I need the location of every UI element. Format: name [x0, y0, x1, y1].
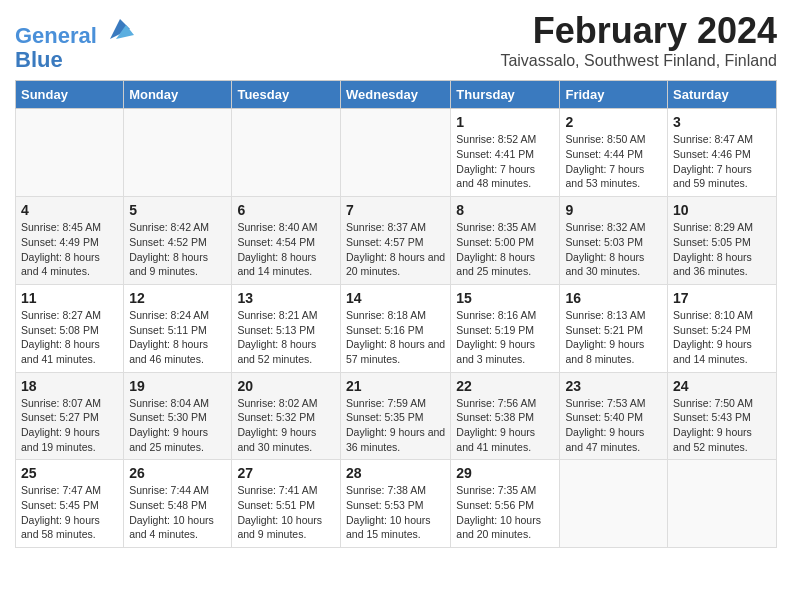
day-number: 21 [346, 378, 445, 394]
day-info: Sunrise: 8:52 AM Sunset: 4:41 PM Dayligh… [456, 132, 554, 191]
day-number: 9 [565, 202, 662, 218]
day-cell: 18Sunrise: 8:07 AM Sunset: 5:27 PM Dayli… [16, 372, 124, 460]
day-cell: 5Sunrise: 8:42 AM Sunset: 4:52 PM Daylig… [124, 197, 232, 285]
column-header-wednesday: Wednesday [340, 81, 450, 109]
calendar-table: SundayMondayTuesdayWednesdayThursdayFrid… [15, 80, 777, 548]
day-number: 20 [237, 378, 335, 394]
day-cell: 11Sunrise: 8:27 AM Sunset: 5:08 PM Dayli… [16, 284, 124, 372]
day-cell: 28Sunrise: 7:38 AM Sunset: 5:53 PM Dayli… [340, 460, 450, 548]
day-cell [340, 109, 450, 197]
day-number: 10 [673, 202, 771, 218]
day-number: 2 [565, 114, 662, 130]
week-row-4: 18Sunrise: 8:07 AM Sunset: 5:27 PM Dayli… [16, 372, 777, 460]
week-row-5: 25Sunrise: 7:47 AM Sunset: 5:45 PM Dayli… [16, 460, 777, 548]
day-cell: 3Sunrise: 8:47 AM Sunset: 4:46 PM Daylig… [668, 109, 777, 197]
day-number: 27 [237, 465, 335, 481]
day-cell: 24Sunrise: 7:50 AM Sunset: 5:43 PM Dayli… [668, 372, 777, 460]
logo: General Blue [15, 15, 134, 72]
day-cell: 16Sunrise: 8:13 AM Sunset: 5:21 PM Dayli… [560, 284, 668, 372]
column-header-tuesday: Tuesday [232, 81, 341, 109]
day-number: 3 [673, 114, 771, 130]
column-header-saturday: Saturday [668, 81, 777, 109]
day-cell: 8Sunrise: 8:35 AM Sunset: 5:00 PM Daylig… [451, 197, 560, 285]
week-row-3: 11Sunrise: 8:27 AM Sunset: 5:08 PM Dayli… [16, 284, 777, 372]
day-number: 24 [673, 378, 771, 394]
column-header-thursday: Thursday [451, 81, 560, 109]
column-header-friday: Friday [560, 81, 668, 109]
column-header-sunday: Sunday [16, 81, 124, 109]
day-number: 11 [21, 290, 118, 306]
day-info: Sunrise: 8:45 AM Sunset: 4:49 PM Dayligh… [21, 220, 118, 279]
day-cell: 4Sunrise: 8:45 AM Sunset: 4:49 PM Daylig… [16, 197, 124, 285]
day-info: Sunrise: 7:47 AM Sunset: 5:45 PM Dayligh… [21, 483, 118, 542]
day-number: 18 [21, 378, 118, 394]
day-cell: 20Sunrise: 8:02 AM Sunset: 5:32 PM Dayli… [232, 372, 341, 460]
logo-blue: Blue [15, 48, 134, 72]
header-row: SundayMondayTuesdayWednesdayThursdayFrid… [16, 81, 777, 109]
logo-icon [106, 15, 134, 43]
day-cell: 12Sunrise: 8:24 AM Sunset: 5:11 PM Dayli… [124, 284, 232, 372]
day-info: Sunrise: 8:32 AM Sunset: 5:03 PM Dayligh… [565, 220, 662, 279]
day-cell: 29Sunrise: 7:35 AM Sunset: 5:56 PM Dayli… [451, 460, 560, 548]
day-info: Sunrise: 8:16 AM Sunset: 5:19 PM Dayligh… [456, 308, 554, 367]
day-cell: 22Sunrise: 7:56 AM Sunset: 5:38 PM Dayli… [451, 372, 560, 460]
day-info: Sunrise: 7:41 AM Sunset: 5:51 PM Dayligh… [237, 483, 335, 542]
day-info: Sunrise: 7:59 AM Sunset: 5:35 PM Dayligh… [346, 396, 445, 455]
day-info: Sunrise: 7:53 AM Sunset: 5:40 PM Dayligh… [565, 396, 662, 455]
day-number: 16 [565, 290, 662, 306]
title-area: February 2024 Taivassalo, Southwest Finl… [500, 10, 777, 70]
day-number: 17 [673, 290, 771, 306]
header: General Blue February 2024 Taivassalo, S… [15, 10, 777, 72]
day-number: 5 [129, 202, 226, 218]
day-number: 6 [237, 202, 335, 218]
day-info: Sunrise: 8:24 AM Sunset: 5:11 PM Dayligh… [129, 308, 226, 367]
calendar-body: 1Sunrise: 8:52 AM Sunset: 4:41 PM Daylig… [16, 109, 777, 548]
day-info: Sunrise: 7:38 AM Sunset: 5:53 PM Dayligh… [346, 483, 445, 542]
day-info: Sunrise: 8:10 AM Sunset: 5:24 PM Dayligh… [673, 308, 771, 367]
day-number: 29 [456, 465, 554, 481]
day-info: Sunrise: 8:40 AM Sunset: 4:54 PM Dayligh… [237, 220, 335, 279]
day-number: 12 [129, 290, 226, 306]
subtitle: Taivassalo, Southwest Finland, Finland [500, 52, 777, 70]
day-info: Sunrise: 8:35 AM Sunset: 5:00 PM Dayligh… [456, 220, 554, 279]
day-info: Sunrise: 8:04 AM Sunset: 5:30 PM Dayligh… [129, 396, 226, 455]
day-info: Sunrise: 8:29 AM Sunset: 5:05 PM Dayligh… [673, 220, 771, 279]
main-title: February 2024 [500, 10, 777, 52]
day-cell: 13Sunrise: 8:21 AM Sunset: 5:13 PM Dayli… [232, 284, 341, 372]
day-cell: 26Sunrise: 7:44 AM Sunset: 5:48 PM Dayli… [124, 460, 232, 548]
day-number: 7 [346, 202, 445, 218]
day-cell: 10Sunrise: 8:29 AM Sunset: 5:05 PM Dayli… [668, 197, 777, 285]
day-cell: 19Sunrise: 8:04 AM Sunset: 5:30 PM Dayli… [124, 372, 232, 460]
day-info: Sunrise: 8:21 AM Sunset: 5:13 PM Dayligh… [237, 308, 335, 367]
logo-general: General [15, 23, 97, 48]
day-cell: 6Sunrise: 8:40 AM Sunset: 4:54 PM Daylig… [232, 197, 341, 285]
day-number: 13 [237, 290, 335, 306]
calendar-header: SundayMondayTuesdayWednesdayThursdayFrid… [16, 81, 777, 109]
day-cell [560, 460, 668, 548]
day-number: 23 [565, 378, 662, 394]
day-info: Sunrise: 7:50 AM Sunset: 5:43 PM Dayligh… [673, 396, 771, 455]
day-cell: 7Sunrise: 8:37 AM Sunset: 4:57 PM Daylig… [340, 197, 450, 285]
day-number: 19 [129, 378, 226, 394]
logo-text: General [15, 15, 134, 48]
day-number: 1 [456, 114, 554, 130]
week-row-1: 1Sunrise: 8:52 AM Sunset: 4:41 PM Daylig… [16, 109, 777, 197]
day-info: Sunrise: 8:42 AM Sunset: 4:52 PM Dayligh… [129, 220, 226, 279]
day-info: Sunrise: 8:07 AM Sunset: 5:27 PM Dayligh… [21, 396, 118, 455]
day-cell: 9Sunrise: 8:32 AM Sunset: 5:03 PM Daylig… [560, 197, 668, 285]
day-info: Sunrise: 8:47 AM Sunset: 4:46 PM Dayligh… [673, 132, 771, 191]
day-info: Sunrise: 7:56 AM Sunset: 5:38 PM Dayligh… [456, 396, 554, 455]
day-cell: 21Sunrise: 7:59 AM Sunset: 5:35 PM Dayli… [340, 372, 450, 460]
day-cell: 17Sunrise: 8:10 AM Sunset: 5:24 PM Dayli… [668, 284, 777, 372]
week-row-2: 4Sunrise: 8:45 AM Sunset: 4:49 PM Daylig… [16, 197, 777, 285]
day-cell [668, 460, 777, 548]
day-info: Sunrise: 8:27 AM Sunset: 5:08 PM Dayligh… [21, 308, 118, 367]
day-cell [124, 109, 232, 197]
day-info: Sunrise: 8:02 AM Sunset: 5:32 PM Dayligh… [237, 396, 335, 455]
day-number: 8 [456, 202, 554, 218]
day-number: 28 [346, 465, 445, 481]
column-header-monday: Monday [124, 81, 232, 109]
day-cell: 14Sunrise: 8:18 AM Sunset: 5:16 PM Dayli… [340, 284, 450, 372]
day-cell: 27Sunrise: 7:41 AM Sunset: 5:51 PM Dayli… [232, 460, 341, 548]
day-number: 15 [456, 290, 554, 306]
